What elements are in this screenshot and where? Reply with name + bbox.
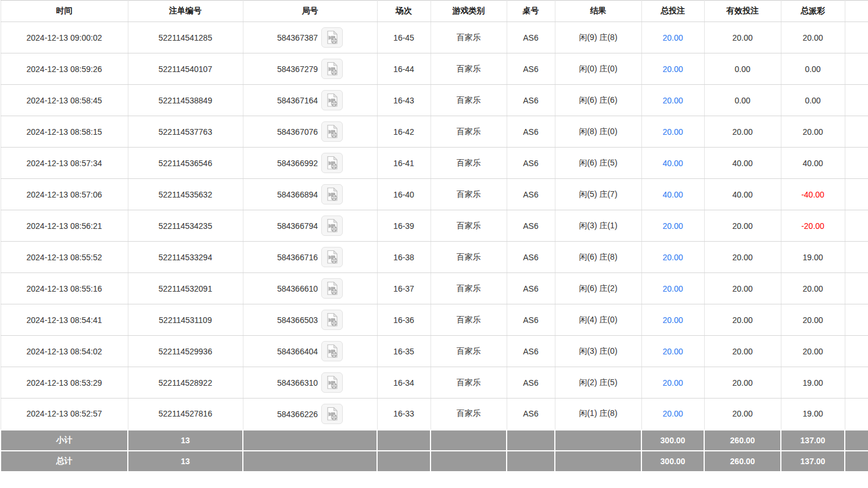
- video-file-icon: [326, 93, 339, 107]
- cell-table-no: AS6: [507, 210, 555, 242]
- cell-bet-no: 522114541285: [128, 22, 243, 53]
- video-replay-button[interactable]: [321, 184, 343, 204]
- cell-bet-no: 522114538849: [128, 85, 243, 116]
- cell-total-bet: 40.00: [641, 148, 704, 179]
- cell-result: 闲(0) 庄(0): [555, 53, 641, 85]
- subtotal-empty-cell: [377, 430, 431, 451]
- subtotal-empty-cell: [845, 430, 868, 451]
- cell-round-no: 584367164: [243, 85, 377, 116]
- cell-bet-no: 522114540107: [128, 53, 243, 85]
- cell-time: 2024-12-13 08:54:02: [1, 336, 128, 367]
- cell-extra: [845, 53, 868, 85]
- cell-valid-bet: 40.00: [704, 148, 781, 179]
- cell-session: 16-37: [377, 273, 431, 304]
- total-bet-link[interactable]: 20.00: [662, 315, 683, 325]
- total-bet-link[interactable]: 20.00: [662, 378, 683, 387]
- cell-game-type: 百家乐: [431, 367, 507, 399]
- table-row: 2024-12-13 09:00:02 522114541285 5843673…: [1, 22, 868, 53]
- cell-session: 16-36: [377, 304, 431, 336]
- round-number: 584366503: [277, 315, 318, 325]
- round-number: 584366226: [277, 409, 318, 418]
- subtotal-count: 13: [128, 430, 243, 451]
- cell-extra: [845, 85, 868, 116]
- cell-time: 2024-12-13 08:57:06: [1, 179, 128, 210]
- cell-game-type: 百家乐: [431, 210, 507, 242]
- cell-time: 2024-12-13 08:55:52: [1, 242, 128, 273]
- video-file-icon: [326, 313, 339, 327]
- column-header-total-payout: 总派彩: [781, 1, 845, 22]
- cell-session: 16-44: [377, 53, 431, 85]
- cell-bet-no: 522114536546: [128, 148, 243, 179]
- total-bet-link[interactable]: 20.00: [662, 347, 683, 356]
- cell-time: 2024-12-13 08:53:29: [1, 367, 128, 399]
- video-replay-button[interactable]: [321, 247, 343, 267]
- cell-table-no: AS6: [507, 85, 555, 116]
- cell-result: 闲(9) 庄(8): [555, 22, 641, 53]
- round-number: 584366716: [277, 253, 318, 262]
- total-bet-link[interactable]: 20.00: [662, 33, 683, 42]
- cell-round-no: 584366310: [243, 367, 377, 399]
- cell-result: 闲(6) 庄(6): [555, 85, 641, 116]
- cell-total-payout: 19.00: [781, 242, 845, 273]
- cell-result: 闲(1) 庄(8): [555, 399, 641, 430]
- table-row: 2024-12-13 08:59:26 522114540107 5843672…: [1, 53, 868, 85]
- video-replay-button[interactable]: [321, 341, 343, 361]
- total-bet-link[interactable]: 20.00: [662, 127, 683, 137]
- column-header-time: 时间: [1, 1, 128, 22]
- cell-round-no: 584366894: [243, 179, 377, 210]
- table-row: 2024-12-13 08:53:29 522114528922 5843663…: [1, 367, 868, 399]
- cell-extra: [845, 179, 868, 210]
- total-empty-cell: [243, 451, 377, 472]
- cell-round-no: 584366992: [243, 148, 377, 179]
- cell-game-type: 百家乐: [431, 179, 507, 210]
- video-file-icon: [326, 62, 339, 76]
- total-bet-link[interactable]: 20.00: [662, 64, 683, 74]
- cell-game-type: 百家乐: [431, 116, 507, 148]
- total-bet-link[interactable]: 20.00: [662, 284, 683, 293]
- cell-total-bet: 20.00: [641, 336, 704, 367]
- cell-valid-bet: 20.00: [704, 336, 781, 367]
- total-total-payout: 137.00: [781, 451, 845, 472]
- cell-session: 16-33: [377, 399, 431, 430]
- round-number: 584367279: [277, 64, 318, 74]
- video-replay-button[interactable]: [321, 59, 343, 79]
- video-replay-button[interactable]: [321, 278, 343, 299]
- cell-time: 2024-12-13 08:52:57: [1, 399, 128, 430]
- cell-extra: [845, 367, 868, 399]
- column-header-valid-bet: 有效投注: [704, 1, 781, 22]
- cell-result: 闲(6) 庄(8): [555, 242, 641, 273]
- total-bet-link[interactable]: 20.00: [662, 253, 683, 262]
- cell-table-no: AS6: [507, 53, 555, 85]
- video-replay-button[interactable]: [321, 121, 343, 142]
- total-bet-link[interactable]: 20.00: [662, 409, 683, 418]
- cell-bet-no: 522114537763: [128, 116, 243, 148]
- video-file-icon: [326, 124, 339, 139]
- cell-valid-bet: 20.00: [704, 116, 781, 148]
- video-replay-button[interactable]: [321, 404, 343, 424]
- bet-records-table: 时间 注单编号 局号 场次 游戏类别 桌号 结果 总投注 有效投注 总派彩 20…: [0, 0, 868, 472]
- table-row: 2024-12-13 08:54:41 522114531109 5843665…: [1, 304, 868, 336]
- video-replay-button[interactable]: [321, 153, 343, 173]
- total-bet-link[interactable]: 40.00: [662, 159, 683, 168]
- video-replay-button[interactable]: [321, 310, 343, 330]
- video-file-icon: [326, 30, 339, 45]
- total-bet-link[interactable]: 40.00: [662, 190, 683, 199]
- cell-valid-bet: 20.00: [704, 242, 781, 273]
- cell-result: 闲(5) 庄(7): [555, 179, 641, 210]
- video-replay-button[interactable]: [321, 372, 343, 393]
- video-replay-button[interactable]: [321, 216, 343, 236]
- subtotal-total-payout: 137.00: [781, 430, 845, 451]
- video-replay-button[interactable]: [321, 90, 343, 110]
- total-empty-cell: [555, 451, 641, 472]
- table-row: 2024-12-13 08:58:15 522114537763 5843670…: [1, 116, 868, 148]
- cell-valid-bet: 20.00: [704, 399, 781, 430]
- cell-valid-bet: 20.00: [704, 22, 781, 53]
- cell-time: 2024-12-13 09:00:02: [1, 22, 128, 53]
- total-bet-link[interactable]: 20.00: [662, 96, 683, 105]
- cell-result: 闲(3) 庄(0): [555, 336, 641, 367]
- cell-total-bet: 20.00: [641, 22, 704, 53]
- total-row: 总计 13 300.00 260.00 137.00: [1, 451, 868, 472]
- total-bet-link[interactable]: 20.00: [662, 221, 683, 231]
- video-replay-button[interactable]: [321, 27, 343, 48]
- column-header-table-no: 桌号: [507, 1, 555, 22]
